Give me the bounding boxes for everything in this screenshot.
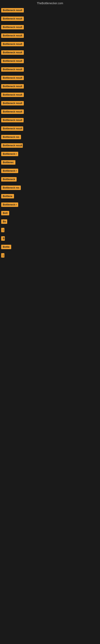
list-item: Bottleneck result (1, 58, 99, 65)
list-item: Bottleneck result (1, 24, 99, 31)
list-item: Bottlenec (1, 160, 99, 166)
list-item: Bott (1, 210, 99, 217)
list-item: Bottleneck r (1, 151, 99, 158)
list-item: Bottleneck (1, 176, 99, 183)
list-item: Bottleneck result (1, 50, 99, 56)
bottleneck-badge[interactable]: Bottleneck result (1, 50, 24, 55)
bottleneck-badge[interactable]: Bottleneck result (1, 25, 24, 30)
bottleneck-badge[interactable]: Bottleneck res (1, 135, 21, 139)
bottleneck-badge[interactable]: Bottleneck result (1, 118, 24, 122)
bottleneck-badge[interactable]: Bottleneck result (1, 34, 24, 38)
bottleneck-badge[interactable]: B (1, 236, 5, 241)
bottleneck-badge[interactable]: Bottleneck result (1, 8, 24, 12)
list-item: Bottleneck res (1, 134, 99, 141)
list-item: Bottleneck result (1, 75, 99, 82)
list-item: Bottleneck result (1, 32, 99, 40)
bottleneck-badge[interactable]: Bottleneck (1, 177, 17, 182)
list-item: Bottleneck result (1, 117, 99, 124)
bottleneck-badge[interactable]: Bottle (1, 245, 11, 249)
bottleneck-badge[interactable]: Bottleneck result (1, 101, 24, 106)
bottleneck-badge[interactable]: Bo (1, 219, 7, 224)
list-item: Bottleneck r (1, 168, 99, 175)
bottleneck-badge[interactable]: Bottleneck result (1, 59, 24, 63)
list-item: Bottleneck result (1, 109, 99, 116)
list-item: Bottle (1, 244, 99, 251)
bottleneck-badge[interactable]: Bottleneck r (1, 202, 18, 207)
bottleneck-badge[interactable]: Bottleneck result (1, 84, 24, 88)
items-container: Bottleneck resultBottleneck resultBottle… (0, 6, 100, 262)
list-item: Bottleneck result (1, 7, 99, 14)
site-title: TheBottlenecker.com (0, 0, 100, 6)
list-item: Bottleneck res (1, 185, 99, 192)
list-item: Bottleneck result (1, 142, 99, 149)
list-item: Bottleneck result (1, 16, 99, 22)
bottleneck-badge[interactable]: Bottleneck r (1, 169, 18, 173)
bottleneck-badge[interactable]: Bottleneck result (1, 16, 24, 21)
bottleneck-badge[interactable]: Bottleneck result (1, 110, 24, 114)
list-item: Bottleneck result (1, 83, 99, 90)
bottleneck-badge[interactable]: Bottleneck result (1, 126, 23, 131)
bottleneck-badge[interactable]: Bottleneck res (1, 186, 21, 190)
list-item: Bottleneck result (1, 100, 99, 107)
bottleneck-badge[interactable]: Bottleneck result (1, 67, 24, 72)
list-item: Bottleneck result (1, 126, 99, 132)
bottleneck-badge[interactable]: Bottleneck result (1, 92, 24, 97)
list-item: Bo (1, 218, 99, 226)
bottleneck-badge[interactable]: | (1, 253, 4, 258)
bottleneck-badge[interactable]: Bottlene (1, 194, 14, 198)
list-item: | (1, 227, 99, 234)
list-item: Bottleneck r (1, 202, 99, 208)
bottleneck-badge[interactable]: Bottleneck result (1, 143, 23, 148)
bottleneck-badge[interactable]: Bottleneck result (1, 42, 24, 46)
bottleneck-badge[interactable]: | (1, 228, 4, 232)
list-item: | (1, 252, 99, 259)
list-item: Bottleneck result (1, 92, 99, 98)
bottleneck-badge[interactable]: Bottlenec (1, 160, 15, 164)
bottleneck-badge[interactable]: Bottleneck result (1, 76, 24, 80)
list-item: B (1, 236, 99, 242)
list-item: Bottlene (1, 193, 99, 200)
bottleneck-badge[interactable]: Bottleneck r (1, 152, 18, 156)
bottleneck-badge[interactable]: Bott (1, 211, 9, 215)
list-item: Bottleneck result (1, 41, 99, 48)
list-item: Bottleneck result (1, 66, 99, 73)
